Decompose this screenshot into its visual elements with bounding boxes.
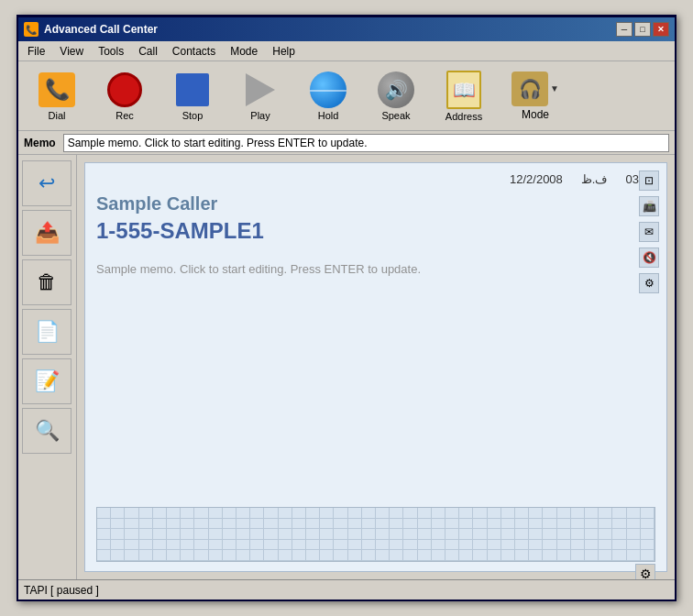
waveform-cell [292, 550, 306, 561]
waveform-cell [111, 550, 125, 561]
call-action-settings-icon[interactable]: ⚙ [639, 273, 659, 293]
menu-call[interactable]: Call [133, 43, 163, 60]
call-action-mute-icon[interactable]: 🔇 [639, 248, 659, 268]
waveform-cell [292, 540, 306, 551]
waveform-cell [194, 550, 208, 561]
play-button[interactable]: Play [227, 67, 293, 126]
waveform-cell [139, 550, 153, 561]
waveform-cell [418, 540, 432, 551]
waveform-cell [432, 519, 446, 530]
waveform-cell [488, 540, 501, 551]
memo-input[interactable] [63, 134, 669, 152]
call-card-memo: Sample memo. Click to start editing. Pre… [96, 262, 655, 276]
waveform-cell [488, 508, 501, 519]
waveform-cell [390, 519, 403, 530]
address-label: Address [446, 111, 482, 122]
waveform-cell [362, 550, 376, 561]
sidebar-send-button[interactable]: 📤 [22, 210, 72, 256]
waveform-cell [612, 519, 626, 530]
waveform-cell [153, 529, 167, 540]
dial-icon: 📞 [38, 72, 75, 107]
call-card-top: 12/2/2008 ف.ظ 03:01 [96, 172, 655, 186]
waveform-cell [264, 550, 278, 561]
waveform-cell [599, 550, 612, 561]
waveform-cell [139, 529, 153, 540]
dial-button[interactable]: 📞 Dial [24, 67, 90, 126]
app-icon: 📞 [24, 22, 38, 37]
main-window: 📞 Advanced Call Center ─ □ ✕ File View T… [16, 15, 676, 601]
call-action-fax-icon[interactable]: 📠 [639, 196, 659, 216]
waveform-cell [501, 519, 515, 530]
waveform-cell [97, 550, 111, 561]
title-bar-controls: ─ □ ✕ [616, 22, 669, 37]
menu-contacts[interactable]: Contacts [167, 43, 221, 60]
waveform-cell [236, 508, 250, 519]
waveform-cell [571, 540, 585, 551]
menu-mode[interactable]: Mode [225, 43, 263, 60]
waveform-cell [432, 550, 446, 561]
menu-help[interactable]: Help [267, 43, 301, 60]
waveform-cell [97, 540, 111, 551]
waveform-cell [181, 550, 194, 561]
minimize-button[interactable]: ─ [616, 22, 632, 37]
waveform-cell [236, 529, 250, 540]
waveform-cell [236, 519, 250, 530]
sidebar-forward-button[interactable]: ↩ [22, 160, 72, 206]
menu-file[interactable]: File [22, 43, 50, 60]
waveform-cell [515, 508, 529, 519]
waveform-cell [320, 508, 334, 519]
speak-icon-area: 🔊 [376, 72, 416, 108]
waveform-cell [362, 508, 376, 519]
compose-icon: 📄 [35, 320, 60, 344]
waveform-cell [167, 540, 181, 551]
menu-tools[interactable]: Tools [93, 43, 129, 60]
maximize-button[interactable]: □ [634, 22, 651, 37]
memo-bar: Memo [18, 131, 675, 155]
waveform-cell [543, 540, 556, 551]
title-bar-left: 📞 Advanced Call Center [24, 22, 158, 37]
sidebar-delete-button[interactable]: 🗑 [22, 259, 72, 305]
waveform-cell [459, 540, 473, 551]
waveform-settings-icon[interactable]: ⚙ [635, 564, 655, 579]
waveform-cell [418, 519, 432, 530]
hold-button[interactable]: Hold [295, 67, 361, 126]
rec-button[interactable]: Rec [92, 67, 158, 126]
waveform-cell [473, 550, 487, 561]
waveform-cell [194, 519, 208, 530]
waveform-cell [320, 550, 334, 561]
waveform-cell [376, 550, 390, 561]
waveform-cell [529, 519, 543, 530]
waveform-cell [446, 550, 459, 561]
address-icon: 📖 [446, 71, 481, 109]
sidebar-edit-button[interactable]: 📝 [22, 358, 72, 404]
mode-icon-row: 🎧 ▼ [512, 72, 559, 106]
call-action-clipboard-icon[interactable]: ⊡ [639, 170, 659, 191]
delete-icon: 🗑 [37, 270, 57, 294]
stop-button[interactable]: Stop [160, 67, 226, 126]
waveform-cell [543, 550, 556, 561]
sidebar-compose-button[interactable]: 📄 [22, 309, 72, 355]
waveform-cell [279, 508, 292, 519]
call-action-email-icon[interactable]: ✉ [639, 222, 659, 242]
menu-view[interactable]: View [54, 43, 89, 60]
close-button[interactable]: ✕ [653, 22, 669, 37]
waveform-cell [612, 550, 626, 561]
waveform-cell [515, 550, 529, 561]
status-bar: TAPI [ paused ] [18, 579, 675, 600]
waveform-cell [167, 529, 181, 540]
mode-button[interactable]: 🎧 ▼ Mode [499, 67, 572, 126]
waveform-cell [488, 550, 501, 561]
waveform-cell [627, 519, 641, 530]
waveform-cell [543, 529, 556, 540]
waveform-cell [264, 540, 278, 551]
waveform-cell [194, 529, 208, 540]
speak-button[interactable]: 🔊 Speak [363, 67, 429, 126]
waveform-cell [362, 519, 376, 530]
waveform-cell [362, 529, 376, 540]
address-button[interactable]: 📖 Address [431, 67, 497, 126]
waveform-cell [125, 550, 138, 561]
hold-label: Hold [318, 110, 339, 121]
waveform-cell [97, 529, 111, 540]
search-icon: 🔍 [35, 419, 60, 443]
sidebar-search-button[interactable]: 🔍 [22, 408, 72, 454]
